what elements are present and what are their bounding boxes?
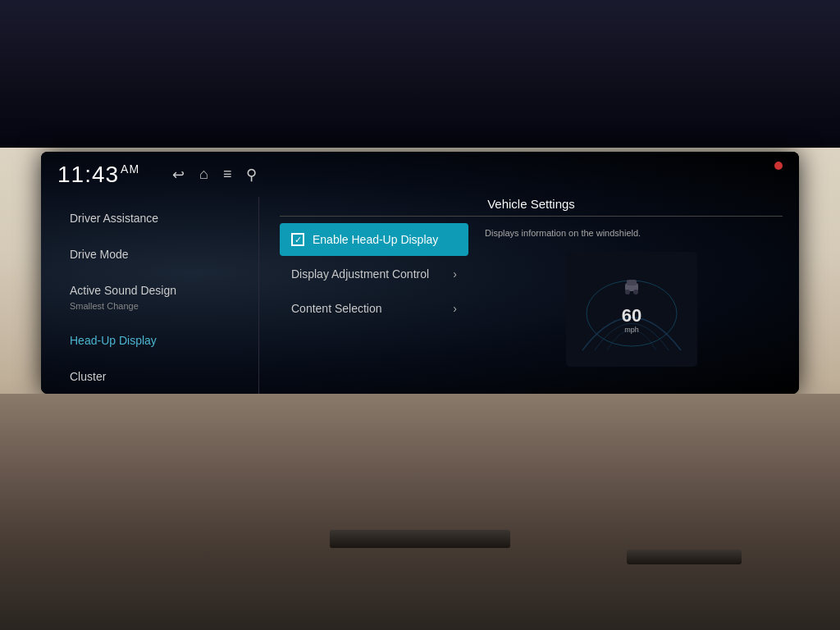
active-sound-sub: Smallest Change [70,300,226,312]
info-text: Displays information on the windshield. [485,227,641,240]
menu-list: ✓ Enable Head-Up Display Display Adjustm… [280,223,468,394]
sidebar-item-cluster[interactable]: Cluster [57,359,238,394]
info-area: Displays information on the windshield. [481,223,783,394]
svg-rect-5 [627,280,637,285]
main-area: Driver Assistance Drive Mode Active Soun… [41,197,799,394]
svg-text:mph: mph [624,326,639,334]
top-bar: 11:43AM ↩ ⌂ ≡ ⚲ [41,152,799,197]
settings-area: ✓ Enable Head-Up Display Display Adjustm… [280,223,783,394]
clock-period: AM [121,162,139,176]
svg-text:60: 60 [622,305,641,326]
sidebar-item-active-sound-design[interactable]: Active Sound Design Smallest Change [57,273,238,321]
home-icon[interactable]: ⌂ [199,166,208,183]
sidebar-item-driver-assistance[interactable]: Driver Assistance [57,201,238,235]
search-icon[interactable]: ⚲ [246,166,257,184]
nav-icons: ↩ ⌂ ≡ ⚲ [172,166,257,184]
menu-icon[interactable]: ≡ [223,166,232,183]
menu-item-content-selection[interactable]: Content Selection › [280,292,468,325]
back-icon[interactable]: ↩ [172,166,185,184]
enable-hud-label: Enable Head-Up Display [313,233,438,246]
display-adjustment-label: Display Adjustment Control [291,267,429,281]
vent-right [627,550,742,564]
vent-center [330,530,510,548]
dashboard-bottom [0,394,840,630]
panel-title: Vehicle Settings [280,197,783,217]
right-panel: Vehicle Settings ✓ Enable Head-Up Displa… [280,197,783,394]
content-selection-label: Content Selection [291,302,382,315]
menu-item-left: ✓ Enable Head-Up Display [291,233,438,246]
menu-item-left-2: Display Adjustment Control [291,267,429,281]
vertical-divider [258,197,259,394]
sidebar-item-head-up-display[interactable]: Head-Up Display [57,323,238,358]
svg-point-6 [625,290,630,294]
notification-dot [774,162,783,170]
hud-checkbox[interactable]: ✓ [291,233,304,246]
screen-content: 11:43AM ↩ ⌂ ≡ ⚲ Driver Assistance [41,152,799,394]
hud-preview: 60 mph [566,252,697,367]
infotainment-screen: 11:43AM ↩ ⌂ ≡ ⚲ Driver Assistance [41,152,799,394]
sidebar-item-drive-mode[interactable]: Drive Mode [57,237,238,272]
hud-svg: 60 mph [566,252,697,367]
scene: 11:43AM ↩ ⌂ ≡ ⚲ Driver Assistance [0,0,840,630]
clock-time: 11:43 [57,162,119,187]
sidebar: Driver Assistance Drive Mode Active Soun… [57,197,238,394]
chevron-icon: › [453,267,457,281]
svg-point-7 [633,290,638,294]
menu-item-display-adjustment[interactable]: Display Adjustment Control › [280,258,468,290]
chevron-icon-2: › [453,302,457,315]
menu-item-enable-hud[interactable]: ✓ Enable Head-Up Display [280,223,468,256]
menu-item-left-3: Content Selection [291,302,382,315]
dashboard-top [0,0,840,148]
clock: 11:43AM [57,162,139,188]
